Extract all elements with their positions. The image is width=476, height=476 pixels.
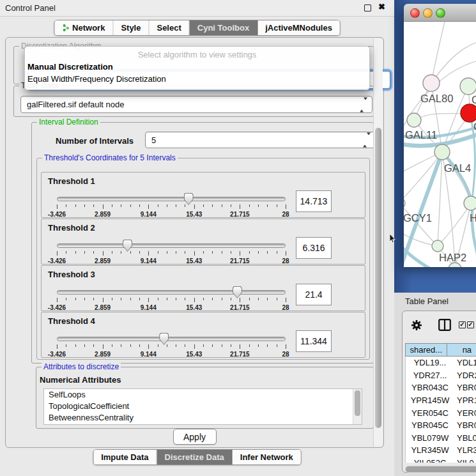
table-cell[interactable]: YIL0 xyxy=(454,458,474,463)
checkbox-checked-icon[interactable]: ✓ xyxy=(467,321,474,328)
tab-discretize-data[interactable]: Discretize Data xyxy=(157,450,233,464)
table-cell[interactable]: YBL079W xyxy=(406,433,454,443)
table-row[interactable]: YIL052CYIL0 xyxy=(406,457,476,463)
table-row[interactable]: YBR045CYBR0 xyxy=(406,419,476,432)
table-row[interactable]: YBR043CYBR0 xyxy=(406,381,476,394)
node-gcy1[interactable] xyxy=(404,197,405,209)
tab-impute-data[interactable]: Impute Data xyxy=(93,450,157,464)
tick-mark xyxy=(130,251,131,254)
threshold-3-slider[interactable]: -3.4262.8599.14415.4321.71528 xyxy=(57,290,286,311)
network-canvas[interactable]: GAL80 GA C GAL11 GAL4 GCY1 H HAP2 xyxy=(404,22,476,267)
zoom-light-icon[interactable] xyxy=(436,8,445,18)
slider-handle[interactable] xyxy=(123,240,132,252)
threshold-3-value-field[interactable]: 21.4 xyxy=(296,284,332,305)
tick-mark xyxy=(57,298,58,302)
tick-mark xyxy=(267,344,268,347)
slider-track[interactable] xyxy=(57,243,286,248)
slider-handle[interactable] xyxy=(159,333,169,345)
node-gal80[interactable] xyxy=(423,75,440,91)
threshold-4-slider[interactable]: -3.4262.8599.14415.4321.71528 xyxy=(57,337,286,357)
gear-icon[interactable] xyxy=(410,319,423,332)
table-row[interactable]: YER054CYER0 xyxy=(406,406,476,419)
table-cell[interactable]: YBR045C xyxy=(406,420,454,430)
stepper-arrows-icon[interactable] xyxy=(360,100,367,109)
table-cell[interactable]: YIL052C xyxy=(406,458,454,463)
table-cell[interactable]: YBR0 xyxy=(454,420,476,430)
node-bottom-partial[interactable] xyxy=(449,263,461,267)
column-header-name[interactable]: na xyxy=(447,343,476,357)
tick-mark xyxy=(267,204,268,207)
stepper-arrows-icon[interactable] xyxy=(363,135,371,145)
network-view-window[interactable]: GAL80 GA C GAL11 GAL4 GCY1 H HAP2 xyxy=(404,4,476,267)
tab-select[interactable]: Select xyxy=(149,20,189,35)
tab-infer-network[interactable]: Infer Network xyxy=(233,450,301,464)
float-icon[interactable] xyxy=(364,4,371,12)
list-scrollbar[interactable] xyxy=(353,389,362,424)
column-header-shared-name[interactable]: shared... xyxy=(405,343,447,357)
threshold-2-value-field[interactable]: 6.316 xyxy=(296,237,332,259)
number-of-intervals-combobox[interactable]: 5 xyxy=(145,132,376,148)
table-cell[interactable]: YDL1 xyxy=(454,358,476,367)
threshold-1-slider[interactable]: -3.4262.8599.14415.4321.71528 xyxy=(57,197,286,217)
panel-scrollbar-thumb[interactable] xyxy=(375,128,381,428)
table-row[interactable]: YDR27...YDR2 xyxy=(406,369,476,382)
table-cell[interactable]: YLR3 xyxy=(454,445,476,455)
tab-style[interactable]: Style xyxy=(113,20,149,35)
minimize-light-icon[interactable] xyxy=(423,8,433,18)
attribute-list-item[interactable]: BetweennessCentrality xyxy=(44,412,362,424)
dropdown-option-manual-discretization[interactable]: Manual Discretization xyxy=(27,62,113,72)
node-gal11[interactable] xyxy=(407,113,421,127)
checkbox-checked-icon[interactable]: ✓ xyxy=(459,321,466,328)
table-cell[interactable]: YBR043C xyxy=(406,383,454,392)
table-row[interactable]: YDL19...YDL1 xyxy=(406,357,476,369)
table-cell[interactable]: YBR0 xyxy=(454,383,476,392)
tab-network[interactable]: Network xyxy=(54,20,113,35)
table-horizontal-scrollbar[interactable] xyxy=(405,466,476,473)
table-cell[interactable]: YBL0 xyxy=(454,433,476,443)
node-h[interactable] xyxy=(464,196,476,210)
tab-jactivemnodules[interactable]: jActiveMNodules xyxy=(257,20,340,35)
node-ga[interactable] xyxy=(460,78,476,95)
table-cell[interactable]: YPR1 xyxy=(454,395,476,405)
tick-mark xyxy=(130,298,131,300)
node-hap2[interactable] xyxy=(432,240,443,252)
table-cell[interactable]: YDR27... xyxy=(406,371,454,380)
table-row[interactable]: YBL079WYBL0 xyxy=(406,432,476,445)
network-window-titlebar[interactable] xyxy=(404,4,476,22)
numerical-attributes-list[interactable]: SelfLoopsTopologicalCoefficientBetweenne… xyxy=(43,388,362,425)
table-cell[interactable]: YDR2 xyxy=(454,371,476,380)
threshold-2-slider[interactable]: -3.4262.8599.14415.4321.71528 xyxy=(57,243,286,264)
slider-track[interactable] xyxy=(57,197,286,201)
panel-scrollbar[interactable] xyxy=(373,38,383,447)
table-cell[interactable]: YDL19... xyxy=(406,358,454,367)
table-data-combobox[interactable]: galFiltered.sif default node xyxy=(20,96,372,113)
slider-handle[interactable] xyxy=(233,286,242,298)
tick-label: 9.144 xyxy=(141,304,157,311)
table-body[interactable]: YDL19...YDL1YDR27...YDR2YBR043CYBR0YPR14… xyxy=(405,357,476,463)
attribute-list-item[interactable]: TopologicalCoefficient xyxy=(44,401,362,412)
apply-button[interactable]: Apply xyxy=(173,429,217,445)
node-red-selected[interactable] xyxy=(461,104,476,122)
threshold-4-value-field[interactable]: 11.344 xyxy=(296,330,332,352)
table-cell[interactable]: YLR345W xyxy=(406,445,454,455)
columns-icon[interactable] xyxy=(438,319,451,331)
table-cell[interactable]: YPR145W xyxy=(406,395,454,405)
threshold-1-value-field[interactable]: 14.713 xyxy=(296,190,332,212)
tick-mark xyxy=(212,344,213,347)
slider-handle[interactable] xyxy=(184,193,194,205)
close-icon[interactable]: ✖ xyxy=(378,2,385,12)
node-gal4[interactable] xyxy=(434,144,450,160)
tab-cyni-toolbox[interactable]: Cyni Toolbox xyxy=(190,20,257,35)
table-horizontal-scrollbar-thumb[interactable] xyxy=(406,466,476,472)
table-row[interactable]: YLR345WYLR3 xyxy=(406,444,476,457)
table-row[interactable]: YPR145WYPR1 xyxy=(406,394,476,407)
close-light-icon[interactable] xyxy=(410,8,420,18)
table-cell[interactable]: YER0 xyxy=(454,408,476,418)
slider-track[interactable] xyxy=(57,337,286,341)
table-cell[interactable]: YER054C xyxy=(406,408,454,418)
dropdown-option-equal-width-frequency[interactable]: Equal Width/Frequency Discretization xyxy=(27,74,166,84)
numerical-attributes-label: Numerical Attributes xyxy=(40,375,121,385)
attribute-list-item[interactable]: SelfLoops xyxy=(44,389,362,401)
slider-track[interactable] xyxy=(57,290,286,295)
list-scrollbar-thumb[interactable] xyxy=(355,390,360,416)
